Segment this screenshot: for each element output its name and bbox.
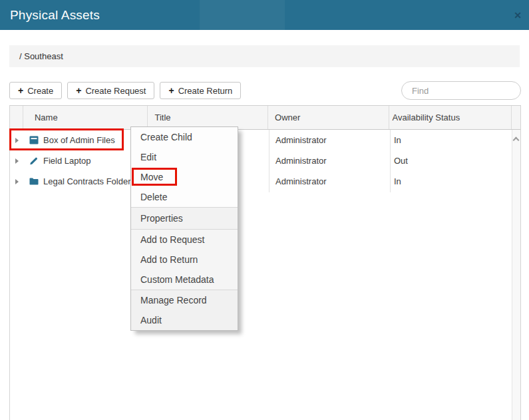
table-row[interactable]: Box of Admin Files Administrator In: [10, 130, 513, 150]
menu-item-properties[interactable]: Properties: [131, 208, 238, 229]
menu-item-audit[interactable]: Audit: [131, 310, 238, 330]
menu-item-custom-metadata[interactable]: Custom Metadata: [131, 270, 238, 290]
scroll-corner-cell: [512, 106, 520, 129]
context-menu: Create Child Edit Move Delete Properties…: [130, 126, 238, 331]
context-menu-group: Manage Record Audit: [131, 290, 238, 330]
asset-name: Field Laptop: [43, 156, 91, 166]
titlebar-highlight: [200, 0, 285, 30]
scroll-up-icon[interactable]: [513, 137, 520, 144]
menu-item-edit[interactable]: Edit: [131, 147, 238, 167]
table-row[interactable]: Legal Contracts Folder Administrator In: [10, 171, 513, 192]
table-header-row: Name Title Owner Availability Status: [10, 106, 520, 130]
assets-table: Name Title Owner Availability Status Box…: [9, 105, 521, 420]
column-header-owner[interactable]: Owner: [268, 106, 389, 129]
create-return-button-label: Create Return: [178, 86, 233, 96]
column-divider: [269, 130, 269, 192]
context-menu-group: Properties: [131, 207, 238, 229]
column-header-availability-status[interactable]: Availability Status: [389, 106, 512, 129]
expander-column-header: [10, 106, 23, 129]
column-header-name[interactable]: Name: [23, 106, 148, 129]
create-button[interactable]: + Create: [9, 82, 62, 99]
menu-item-add-to-request[interactable]: Add to Request: [131, 230, 238, 250]
context-menu-group: Add to Request Add to Return Custom Meta…: [131, 229, 238, 290]
menu-item-delete[interactable]: Delete: [131, 187, 238, 207]
modal-titlebar: Physical Assets ✕: [0, 0, 529, 30]
table-row[interactable]: Field Laptop Administrator Out: [10, 150, 513, 171]
modal-title: Physical Assets: [0, 8, 100, 23]
pencil-icon: [29, 156, 39, 165]
archive-box-icon: [29, 136, 39, 144]
asset-owner: Administrator: [269, 156, 390, 166]
create-request-button[interactable]: + Create Request: [67, 82, 154, 99]
column-divider: [390, 130, 391, 192]
menu-item-add-to-return[interactable]: Add to Return: [131, 250, 238, 270]
create-request-button-label: Create Request: [85, 86, 146, 96]
plus-icon: +: [168, 85, 174, 96]
breadcrumb: / Southeast: [9, 45, 520, 67]
expand-arrow-icon[interactable]: [15, 138, 19, 143]
find-input[interactable]: [401, 81, 521, 100]
expand-arrow-icon[interactable]: [15, 179, 19, 184]
asset-availability: Out: [390, 156, 513, 166]
find-wrapper: [401, 81, 521, 100]
context-menu-group: Create Child Edit Move Delete: [131, 127, 238, 207]
plus-icon: +: [76, 85, 81, 96]
create-return-button[interactable]: + Create Return: [160, 82, 241, 99]
asset-owner: Administrator: [269, 176, 390, 186]
asset-name: Legal Contracts Folder: [43, 176, 131, 186]
menu-item-manage-record[interactable]: Manage Record: [131, 290, 238, 310]
toolbar: + Create + Create Request + Create Retur…: [9, 81, 521, 100]
asset-availability: In: [390, 176, 513, 186]
column-header-title[interactable]: Title: [148, 106, 268, 129]
menu-item-create-child[interactable]: Create Child: [131, 127, 238, 147]
expand-arrow-icon[interactable]: [15, 158, 19, 164]
vertical-scrollbar[interactable]: [512, 130, 520, 420]
asset-owner: Administrator: [269, 135, 390, 145]
menu-item-move[interactable]: Move: [131, 167, 238, 187]
close-icon[interactable]: ✕: [514, 0, 522, 30]
breadcrumb-path[interactable]: / Southeast: [19, 51, 63, 61]
table-body: Box of Admin Files Administrator In Fiel…: [10, 130, 520, 192]
asset-availability: In: [390, 135, 513, 145]
plus-icon: +: [18, 85, 23, 96]
create-button-label: Create: [27, 86, 53, 96]
folder-icon: [29, 177, 39, 186]
asset-name: Box of Admin Files: [43, 135, 115, 145]
